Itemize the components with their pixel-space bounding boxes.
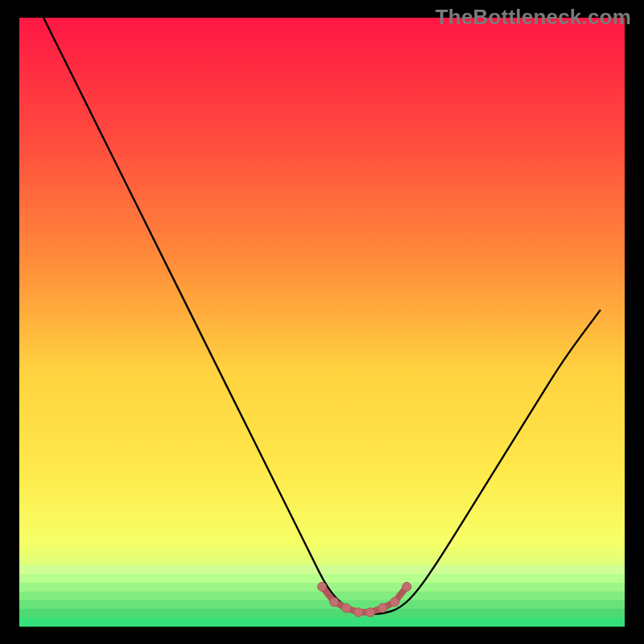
svg-rect-1 xyxy=(19,565,625,574)
chart-highlight-dot xyxy=(330,597,339,606)
chart-highlight-dot xyxy=(390,597,399,606)
watermark-text: TheBottleneck.com xyxy=(436,5,631,30)
bottleneck-chart xyxy=(0,0,644,644)
chart-highlight-dot xyxy=(378,604,387,613)
chart-plot-background xyxy=(19,18,625,626)
chart-highlight-dot xyxy=(354,608,363,617)
chart-highlight-dot xyxy=(402,582,411,591)
chart-green-banding xyxy=(19,565,625,626)
svg-rect-7 xyxy=(19,617,625,626)
chart-highlight-dot xyxy=(342,604,351,613)
chart-container: { "watermark": "TheBottleneck.com", "col… xyxy=(0,0,644,644)
svg-rect-5 xyxy=(19,601,625,609)
svg-rect-4 xyxy=(19,592,625,601)
svg-rect-6 xyxy=(19,609,625,617)
chart-highlight-dot xyxy=(318,582,327,591)
chart-highlight-dot xyxy=(366,608,375,617)
